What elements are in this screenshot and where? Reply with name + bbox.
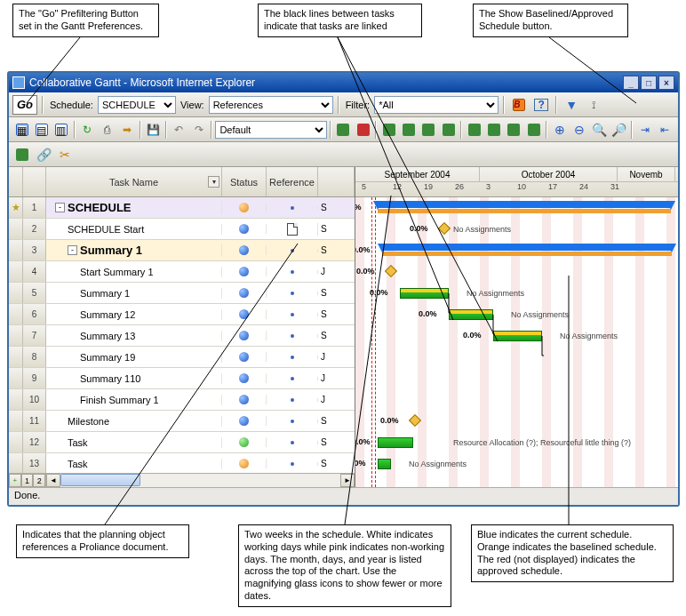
collapse-icon[interactable]: ⇤: [656, 121, 674, 139]
minimize-button[interactable]: _: [623, 76, 639, 90]
link-add-icon[interactable]: [12, 146, 32, 164]
table-row[interactable]: 5Summary 1S: [9, 283, 355, 304]
task4-icon[interactable]: [439, 121, 458, 139]
undo-icon[interactable]: ↶: [170, 121, 188, 139]
table-row[interactable]: 9Summary 110J: [9, 368, 355, 389]
link-icon[interactable]: 🔗: [34, 146, 53, 164]
table-row[interactable]: 12TaskS: [9, 432, 355, 453]
row-marker[interactable]: [9, 411, 23, 431]
task-bar[interactable]: [378, 459, 391, 469]
row-marker[interactable]: ★: [9, 197, 23, 218]
save-icon[interactable]: 💾: [144, 121, 163, 139]
row-marker[interactable]: [9, 389, 23, 410]
task-bar[interactable]: [493, 331, 542, 341]
table-row[interactable]: 10Finish Summary 1J: [9, 389, 355, 411]
row-number[interactable]: 12: [23, 432, 46, 452]
col-status[interactable]: Status: [222, 167, 267, 196]
close-button[interactable]: ×: [658, 76, 674, 90]
task-bar[interactable]: [378, 437, 413, 448]
row-number[interactable]: 6: [23, 304, 46, 324]
row-marker[interactable]: [9, 240, 23, 260]
tree-toggle[interactable]: -: [68, 245, 77, 255]
extra-cell: S: [318, 416, 355, 426]
unlink-icon[interactable]: ✂: [55, 146, 75, 164]
row-marker[interactable]: [9, 432, 23, 452]
layout-select[interactable]: Default: [215, 121, 326, 139]
tool-b-icon[interactable]: [354, 121, 372, 139]
task-bar[interactable]: [449, 309, 493, 320]
row-number[interactable]: 7: [23, 325, 46, 346]
tool-a-icon[interactable]: [334, 121, 353, 139]
add-row-icon[interactable]: +: [9, 474, 21, 487]
row-marker[interactable]: [9, 283, 23, 303]
row-marker[interactable]: [9, 261, 23, 282]
tree-toggle[interactable]: -: [55, 203, 65, 212]
row-number[interactable]: 9: [23, 368, 46, 388]
view-select[interactable]: References: [209, 96, 333, 114]
scroll-thumb[interactable]: [60, 474, 140, 486]
row-number[interactable]: 13: [23, 453, 46, 473]
col-taskname[interactable]: Task Name ▾: [46, 167, 222, 196]
taskname-dd-icon[interactable]: ▾: [208, 176, 219, 188]
table-row[interactable]: 3-Summary 1S: [9, 240, 355, 261]
zoom-fit-icon[interactable]: 🔍: [590, 121, 609, 139]
export-icon[interactable]: ➡: [117, 121, 136, 139]
scroll-right-icon[interactable]: ►: [340, 474, 355, 487]
task2-icon[interactable]: [400, 121, 419, 139]
row-number[interactable]: 8: [23, 347, 46, 367]
row-marker[interactable]: [9, 219, 23, 239]
task7-icon[interactable]: [505, 121, 523, 139]
task1-icon[interactable]: [379, 121, 398, 139]
filter-select[interactable]: *All: [374, 96, 499, 114]
task-bar[interactable]: [400, 288, 449, 299]
row-marker[interactable]: [9, 368, 23, 388]
zoom-out-icon[interactable]: ⊖: [570, 121, 589, 139]
row-number[interactable]: 5: [23, 283, 46, 303]
pin-icon[interactable]: ⟟: [584, 96, 603, 114]
table-row[interactable]: ★1-SCHEDULES: [9, 197, 355, 219]
refresh-icon[interactable]: ↻: [78, 121, 97, 139]
task5-icon[interactable]: [465, 121, 483, 139]
row-marker[interactable]: [9, 304, 23, 324]
table-row[interactable]: 13TaskS: [9, 453, 355, 473]
table-row[interactable]: 7Summary 13S: [9, 325, 355, 347]
row-number[interactable]: 1: [23, 197, 46, 218]
table-row[interactable]: 8Summary 19J: [9, 347, 355, 368]
row-number[interactable]: 2: [23, 219, 46, 239]
row-marker[interactable]: [9, 453, 23, 473]
go-button[interactable]: Go: [12, 95, 37, 115]
redo-icon[interactable]: ↷: [189, 121, 208, 139]
table-row[interactable]: 6Summary 12S: [9, 304, 355, 325]
maximize-button[interactable]: □: [641, 76, 657, 90]
gantt-body[interactable]: .4%0.0%No Assignments0.0%0.0%0.0%No Assi…: [355, 197, 678, 487]
zoom-in-icon[interactable]: ⊕: [550, 121, 569, 139]
grid-hscroll[interactable]: + 1 2 ◄ ►: [9, 473, 355, 487]
scroll-left-icon[interactable]: ◄: [46, 474, 60, 487]
row-number[interactable]: 3: [23, 240, 46, 260]
row-number[interactable]: 11: [23, 411, 46, 431]
view-split-icon[interactable]: ▤: [32, 121, 51, 139]
row-number[interactable]: 10: [23, 389, 46, 410]
view-gantt-icon[interactable]: ▥: [52, 121, 71, 139]
table-row[interactable]: 11MilestoneS: [9, 411, 355, 432]
reference-doc-icon[interactable]: [287, 223, 298, 236]
summary-bar[interactable]: [378, 201, 671, 208]
schedule-select[interactable]: SCHEDULE: [98, 96, 176, 114]
table-row[interactable]: 4Start Summary 1J: [9, 261, 355, 283]
help-button[interactable]: ?: [531, 96, 551, 114]
expand-icon[interactable]: ⇥: [635, 121, 654, 139]
summary-bar[interactable]: [382, 244, 672, 251]
col-reference[interactable]: Reference: [267, 167, 318, 196]
task8-icon[interactable]: [524, 121, 543, 139]
row-marker[interactable]: [9, 347, 23, 367]
baseline-button[interactable]: B: [509, 96, 529, 114]
filter-funnel-icon[interactable]: ▼: [562, 96, 581, 114]
row-number[interactable]: 4: [23, 261, 46, 282]
view-grid-icon[interactable]: ▦: [12, 121, 31, 139]
table-row[interactable]: 2SCHEDULE StartS: [9, 219, 355, 240]
zoom-range-icon[interactable]: 🔎: [610, 121, 628, 139]
task6-icon[interactable]: [485, 121, 504, 139]
print-icon[interactable]: ⎙: [98, 121, 116, 139]
task3-icon[interactable]: [419, 121, 438, 139]
row-marker[interactable]: [9, 325, 23, 346]
